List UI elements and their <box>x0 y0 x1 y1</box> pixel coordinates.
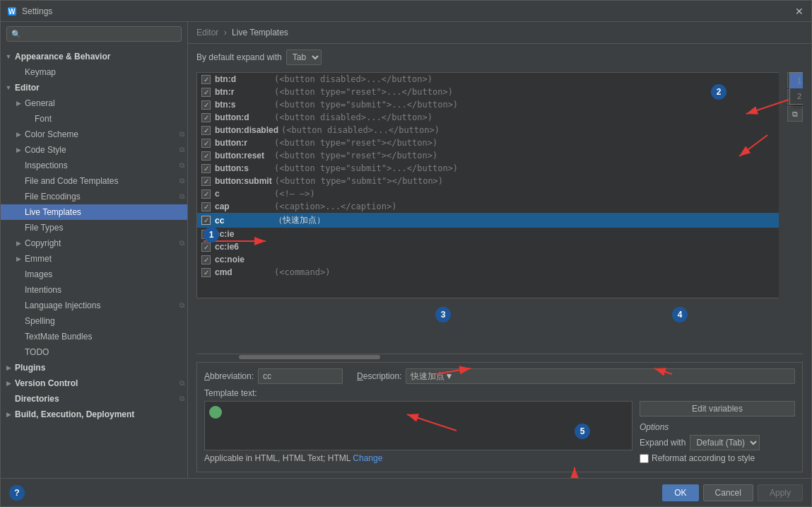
description-input[interactable] <box>406 368 795 384</box>
help-button[interactable]: ? <box>9 485 25 501</box>
table-row[interactable]: cc:noie <box>197 253 784 266</box>
checkbox[interactable] <box>201 255 211 264</box>
table-row[interactable]: button:reset (<button type="reset"></but… <box>197 149 784 162</box>
description-label: Description: <box>357 371 401 381</box>
applicable-row: Applicable in HTML, HTML Text; HTML Chan… <box>204 450 632 466</box>
abbr-text: button:d <box>215 112 271 122</box>
table-row[interactable]: button:d (<button disabled>...</button>) <box>197 111 784 124</box>
template-text: (<button type="reset"></button>) <box>274 138 437 148</box>
search-box[interactable]: 🔍 <box>6 26 182 42</box>
table-row[interactable]: cc:ie <box>197 228 784 240</box>
change-link[interactable]: Change <box>353 453 382 463</box>
edit-variables-button[interactable]: Edit variables <box>640 401 795 416</box>
build-label: Build, Execution, Deployment <box>13 409 134 419</box>
arrow-plugins <box>4 363 13 373</box>
arrow-appearance <box>4 52 13 62</box>
table-row[interactable]: cap (<caption>...</caption>) <box>197 200 784 213</box>
table-row[interactable]: cc:ie6 <box>197 240 784 253</box>
checkbox[interactable] <box>201 268 211 277</box>
table-row[interactable]: c (<!— —>) <box>197 187 784 200</box>
checkbox[interactable] <box>201 139 211 148</box>
checkbox[interactable] <box>201 75 211 84</box>
expand-with-select[interactable]: Default (Tab) <box>690 435 760 450</box>
sidebar-item-code-style[interactable]: Code Style ⧉ <box>1 142 187 158</box>
checkbox[interactable] <box>201 100 211 110</box>
sidebar-item-keymap[interactable]: Keymap <box>1 64 187 80</box>
sidebar-item-color-scheme[interactable]: Color Scheme ⧉ <box>1 127 187 142</box>
dropdown-item-template-group[interactable]: 2 Template Group... <box>790 88 803 104</box>
language-injections-label: Language Injections <box>23 301 100 310</box>
ok-button[interactable]: OK <box>662 484 698 501</box>
table-row[interactable]: button:s (<button type="submit">...</but… <box>197 162 784 175</box>
template-text: (<button type="submit">...</button>) <box>274 163 458 173</box>
abbr-text: button:s <box>215 163 271 173</box>
table-row[interactable]: button:r (<button type="reset"></button>… <box>197 136 784 149</box>
abbreviation-input[interactable] <box>258 368 343 384</box>
table-row-cc[interactable]: cc （快速加点） <box>197 213 784 228</box>
cancel-button[interactable]: Cancel <box>703 484 753 501</box>
horizontal-scrollbar[interactable] <box>196 354 803 359</box>
sidebar-item-intentions[interactable]: Intentions <box>1 282 187 298</box>
sidebar-item-inspections[interactable]: Inspections ⧉ <box>1 158 187 173</box>
expand-select[interactable]: Tab <box>286 49 322 65</box>
checkbox[interactable] <box>201 202 211 211</box>
search-icon: 🔍 <box>11 30 21 39</box>
dropdown-item-live-template[interactable]: 1 Live Template <box>790 73 803 88</box>
arrow-code-style <box>13 145 23 155</box>
table-row[interactable]: btn:r (<button type="reset">...</button>… <box>197 86 784 98</box>
table-row[interactable]: btn:s (<button type="submit">...</button… <box>197 98 784 111</box>
table-row[interactable]: cmd (<command>) <box>197 266 784 279</box>
checkbox[interactable] <box>201 151 211 161</box>
template-text-cc: （快速加点） <box>274 214 325 226</box>
template-text: (<caption>...</caption>) <box>274 202 396 211</box>
checkbox[interactable] <box>201 126 211 135</box>
options-section: Edit variables Options Expand with Defau… <box>640 401 795 466</box>
sidebar-item-spelling[interactable]: Spelling <box>1 313 187 329</box>
appearance-label: Appearance & Behavior <box>13 52 110 62</box>
sidebar-item-copyright[interactable]: Copyright ⧉ <box>1 235 187 251</box>
intentions-label: Intentions <box>23 285 61 295</box>
sidebar-item-todo[interactable]: TODO <box>1 344 187 360</box>
checkbox[interactable] <box>201 177 211 186</box>
table-row[interactable]: btn:d (<button disabled>...</button>) <box>197 73 784 86</box>
checkbox[interactable] <box>201 164 211 173</box>
sidebar-item-images[interactable]: Images <box>1 267 187 282</box>
apply-button[interactable]: Apply <box>758 484 803 501</box>
checkbox[interactable] <box>201 113 211 122</box>
sidebar-item-font[interactable]: Font <box>1 111 187 127</box>
close-button[interactable]: ✕ <box>793 5 806 18</box>
table-row[interactable]: button:submit (<button type="submit"></b… <box>197 175 784 187</box>
copy-button[interactable]: ⧉ <box>787 106 803 122</box>
table-row[interactable]: button:disabled (<button disabled>...</b… <box>197 124 784 136</box>
sidebar-item-file-encodings[interactable]: File Encodings ⧉ <box>1 189 187 204</box>
checkbox-cc[interactable] <box>201 216 211 225</box>
sidebar-item-appearance[interactable]: Appearance & Behavior <box>1 49 187 64</box>
sidebar-item-directories[interactable]: Directories ⧉ <box>1 391 187 407</box>
font-label: Font <box>33 114 52 124</box>
sidebar-item-textmate[interactable]: TextMate Bundles <box>1 329 187 344</box>
sidebar-item-build[interactable]: Build, Execution, Deployment <box>1 407 187 422</box>
sidebar-item-language-injections[interactable]: Language Injections ⧉ <box>1 298 187 313</box>
sidebar-item-file-code-templates[interactable]: File and Code Templates ⧉ <box>1 173 187 189</box>
panel-body: By default expand with Tab btn:d (< <box>188 44 811 478</box>
checkbox[interactable] <box>201 243 211 252</box>
template-text-area[interactable] <box>204 401 632 450</box>
checkbox[interactable] <box>201 190 211 199</box>
sidebar-item-editor[interactable]: Editor <box>1 80 187 95</box>
sidebar-item-file-types[interactable]: File Types <box>1 220 187 235</box>
abbr-text: btn:s <box>215 100 271 110</box>
sidebar-item-general[interactable]: General <box>1 95 187 111</box>
templates-list[interactable]: btn:d (<button disabled>...</button>) bt… <box>196 72 784 298</box>
sidebar-item-emmet[interactable]: Emmet <box>1 251 187 267</box>
settings-tree: Appearance & Behavior Keymap Editor <box>1 46 187 478</box>
reformat-checkbox[interactable] <box>640 454 649 463</box>
sidebar-item-version-control[interactable]: Version Control ⧉ <box>1 375 187 391</box>
expand-with-label: Expand with <box>640 438 686 448</box>
sidebar-item-live-templates[interactable]: Live Templates <box>1 204 187 220</box>
badge-3: 3 <box>435 307 451 322</box>
sidebar-item-plugins[interactable]: Plugins <box>1 360 187 375</box>
breadcrumb: Editor › Live Templates <box>188 22 811 44</box>
template-text: (<button disabled>...</button>) <box>281 125 440 135</box>
search-input[interactable] <box>24 29 177 39</box>
checkbox[interactable] <box>201 88 211 97</box>
